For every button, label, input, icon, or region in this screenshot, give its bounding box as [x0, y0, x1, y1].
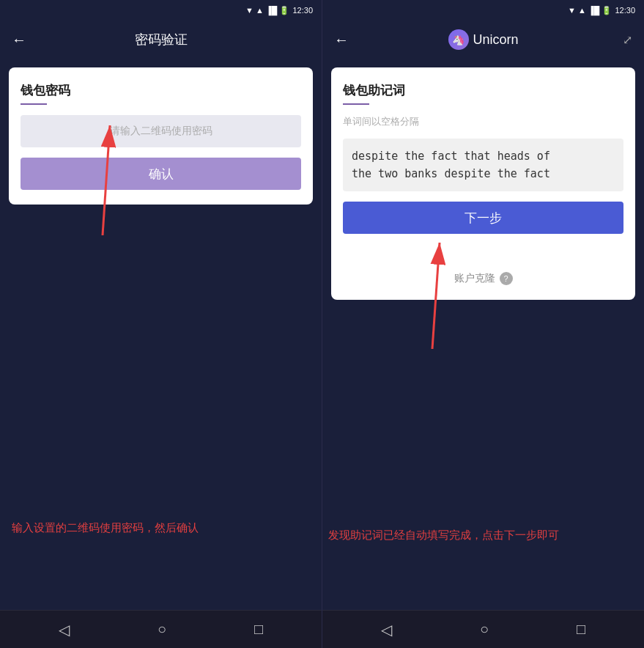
annotation-label-2: 发现助记词已经自动填写完成，点击下一步即可	[328, 529, 559, 541]
next-step-label: 下一步	[465, 210, 502, 227]
screen1: ▼ ▲ ▐█ 🔋 12:30 ← 密码验证 钱包密码 请输入二维码使用密码 确认	[0, 0, 322, 648]
mnemonic-content: despite the fact that heads of the two b…	[352, 150, 550, 180]
next-step-button[interactable]: 下一步	[343, 202, 623, 234]
nav-recent-2[interactable]: □	[577, 621, 585, 638]
screen2: ▼ ▲ ▐█ 🔋 12:30 ← 🦄 Unicorn ⤢ 钱包助记词 单词间以空…	[322, 0, 644, 648]
account-clone-label: 账户克隆	[454, 272, 495, 285]
nav-back-2[interactable]: ◁	[381, 621, 392, 638]
mnemonic-text-area[interactable]: despite the fact that heads of the two b…	[343, 139, 623, 191]
unicorn-icon: 🦄	[448, 29, 468, 50]
status-bar-1: ▼ ▲ ▐█ 🔋 12:30	[0, 0, 322, 21]
app-bar-2: ← 🦄 Unicorn ⤢	[322, 21, 644, 59]
password-card: 钱包密码 请输入二维码使用密码 确认	[9, 67, 313, 205]
nav-home-2[interactable]: ○	[480, 621, 489, 638]
app-bar-1: ← 密码验证	[0, 21, 322, 59]
confirm-button[interactable]: 确认	[21, 158, 301, 190]
time-1: 12:30	[292, 6, 313, 15]
back-button-1[interactable]: ←	[12, 32, 26, 48]
nav-bar-2: ◁ ○ □	[322, 610, 644, 648]
annotation-label-1: 输入设置的二维码使用密码，然后确认	[12, 521, 199, 534]
unicorn-logo-area: 🦄 Unicorn	[448, 29, 518, 50]
annotation-area-1: 输入设置的二维码使用密码，然后确认	[0, 213, 322, 610]
title-underline-1	[21, 103, 47, 105]
time-2: 12:30	[615, 6, 635, 15]
card-title-2: 钱包助记词	[343, 82, 623, 99]
help-icon[interactable]: ?	[500, 272, 513, 285]
account-clone-area: 账户克隆 ?	[343, 263, 623, 285]
nav-home-1[interactable]: ○	[158, 621, 166, 638]
help-label: ?	[503, 274, 508, 283]
back-button-2[interactable]: ←	[334, 32, 349, 48]
status-icons-1: ▼ ▲ ▐█ 🔋	[245, 6, 290, 15]
nav-bar-1: ◁ ○ □	[0, 610, 322, 648]
mnemonic-card: 钱包助记词 单词间以空格分隔 despite the fact that hea…	[331, 67, 635, 300]
password-placeholder: 请输入二维码使用密码	[110, 125, 212, 138]
title-underline-2	[343, 103, 369, 105]
screen1-title: 密码验证	[135, 31, 188, 48]
annotation-area-2: 发现助记词已经自动填写完成，点击下一步即可	[322, 309, 644, 610]
card-subtitle: 单词间以空格分隔	[343, 115, 623, 128]
status-bar-2: ▼ ▲ ▐█ 🔋 12:30	[322, 0, 644, 21]
nav-back-1[interactable]: ◁	[59, 621, 70, 638]
screen1-annotation-text: 输入设置的二维码使用密码，然后确认	[12, 519, 316, 537]
screen2-annotation-text: 发现助记词已经自动填写完成，点击下一步即可	[328, 526, 638, 544]
password-input-field[interactable]: 请输入二维码使用密码	[21, 115, 301, 147]
expand-icon[interactable]: ⤢	[623, 33, 632, 47]
card-title-1: 钱包密码	[21, 82, 301, 99]
confirm-label: 确认	[149, 166, 174, 183]
nav-recent-1[interactable]: □	[254, 621, 263, 638]
app-name-label: Unicorn	[473, 32, 518, 48]
unicorn-emoji: 🦄	[452, 34, 465, 45]
status-icons-2: ▼ ▲ ▐█ 🔋	[568, 6, 612, 15]
